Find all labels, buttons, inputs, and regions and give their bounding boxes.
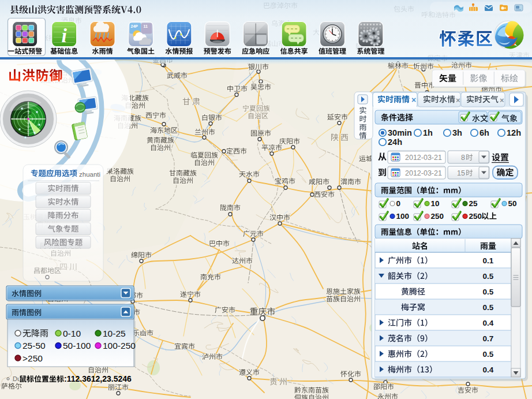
svg-text:100-250: 100-250 <box>103 341 136 350</box>
svg-text:0: 0 <box>396 199 401 208</box>
svg-text:0.7: 0.7 <box>483 334 494 343</box>
svg-text:24P: 24P <box>131 24 138 28</box>
svg-text:>250: >250 <box>23 353 43 363</box>
svg-text:6h: 6h <box>479 128 489 137</box>
svg-text:0.5: 0.5 <box>483 288 494 296</box>
svg-text:50-100: 50-100 <box>63 341 91 350</box>
svg-text:2012-03-21: 2012-03-21 <box>405 154 442 162</box>
svg-text:×: × <box>500 96 504 105</box>
svg-text:25-50: 25-50 <box>23 341 46 350</box>
svg-text:×: × <box>411 95 416 105</box>
svg-text:250: 250 <box>469 212 482 221</box>
svg-text:30min: 30min <box>388 128 412 137</box>
svg-text:0.1: 0.1 <box>483 256 494 265</box>
svg-text:10: 10 <box>431 199 440 208</box>
svg-text:zhuanti: zhuanti <box>79 171 100 178</box>
svg-text:×: × <box>456 96 460 105</box>
svg-text:0.5: 0.5 <box>483 303 494 312</box>
svg-text:25: 25 <box>469 199 478 208</box>
svg-text:8: 8 <box>461 154 465 162</box>
svg-text:15: 15 <box>457 169 465 177</box>
svg-text:12h: 12h <box>507 128 521 137</box>
svg-text:0.4: 0.4 <box>483 319 494 327</box>
svg-text:50: 50 <box>508 199 517 208</box>
svg-text:0.5: 0.5 <box>483 272 494 281</box>
svg-text:100: 100 <box>396 212 410 221</box>
svg-text:11: 11 <box>144 24 148 28</box>
svg-text:i: i <box>61 25 67 46</box>
svg-text:0-10: 0-10 <box>63 329 81 338</box>
svg-text:3h: 3h <box>452 128 462 137</box>
svg-text::112.3612,23.5246: :112.3612,23.5246 <box>64 374 132 383</box>
svg-text:2012-03-21: 2012-03-21 <box>405 169 442 177</box>
svg-text:250: 250 <box>431 212 444 221</box>
svg-text:0.5: 0.5 <box>483 350 494 359</box>
svg-text:10-25: 10-25 <box>103 329 126 338</box>
svg-text:24h: 24h <box>388 137 402 147</box>
svg-text:1h: 1h <box>423 128 433 137</box>
svg-text:0.4: 0.4 <box>483 366 494 374</box>
